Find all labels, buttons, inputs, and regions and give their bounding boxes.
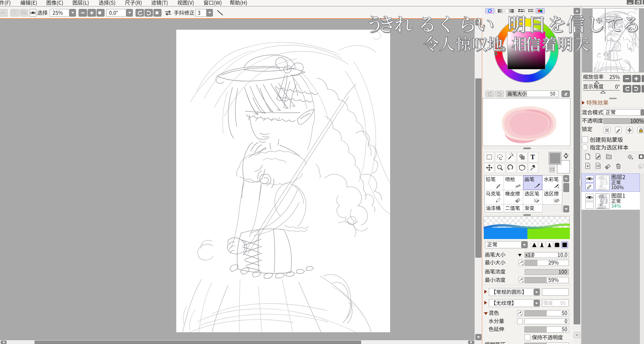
svg-text:S: S: [535, 199, 537, 202]
svg-text:T: T: [531, 153, 535, 161]
